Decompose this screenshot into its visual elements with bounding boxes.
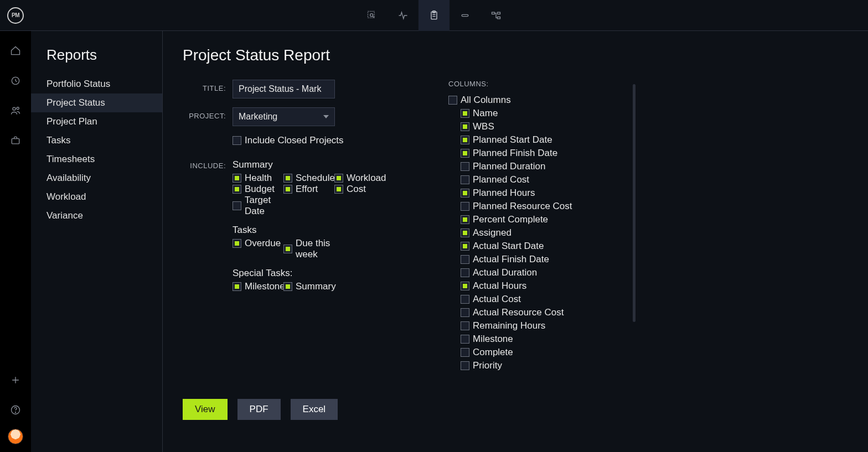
column-planned-start-date-checkbox[interactable] — [461, 136, 469, 144]
column-label: Milestone — [473, 334, 513, 345]
toolbar-search-icon[interactable] — [356, 0, 388, 31]
main-content: Project Status Report TITLE: PROJECT: Ma… — [163, 31, 868, 452]
project-label: PROJECT: — [183, 107, 232, 120]
summary-effort-checkbox[interactable] — [283, 185, 292, 194]
left-rail — [0, 31, 31, 452]
tasks-heading: Tasks — [232, 225, 388, 236]
sidebar-item-portfolio-status[interactable]: Portfolio Status — [31, 75, 162, 93]
sidebar-item-tasks[interactable]: Tasks — [31, 131, 162, 150]
all-columns-checkbox[interactable] — [448, 96, 457, 105]
column-wbs-checkbox[interactable] — [461, 122, 469, 131]
column-actual-finish-date-checkbox[interactable] — [461, 255, 469, 264]
summary-label: Health — [245, 173, 272, 184]
all-columns-label: All Columns — [461, 95, 511, 106]
column-label: Actual Cost — [473, 294, 521, 305]
avatar[interactable] — [8, 429, 23, 444]
summary-health-checkbox[interactable] — [232, 174, 241, 183]
column-remaining-hours-checkbox[interactable] — [461, 321, 469, 330]
excel-button[interactable]: Excel — [291, 399, 338, 420]
summary-schedule-checkbox[interactable] — [283, 174, 292, 183]
sidebar-items: Portfolio StatusProject StatusProject Pl… — [31, 75, 162, 225]
columns-scrollbar[interactable] — [633, 84, 636, 322]
sidebar-item-variance[interactable]: Variance — [31, 206, 162, 225]
add-icon[interactable] — [4, 369, 27, 391]
column-priority-checkbox[interactable] — [461, 361, 469, 370]
sidebar-item-project-status[interactable]: Project Status — [31, 93, 162, 112]
special-label: Summary — [296, 281, 336, 292]
toolbar-activity-icon[interactable] — [388, 0, 418, 31]
tasks-due-this-week-checkbox[interactable] — [283, 245, 292, 253]
svg-point-9 — [13, 107, 16, 110]
help-icon[interactable] — [4, 399, 27, 421]
column-label: Planned Resource Cost — [473, 201, 572, 212]
sidebar-item-timesheets[interactable]: Timesheets — [31, 150, 162, 169]
toolbar-flow-icon[interactable] — [480, 0, 512, 31]
logo-text: PM — [7, 7, 24, 24]
column-milestone-checkbox[interactable] — [461, 335, 469, 344]
sidebar-item-project-plan[interactable]: Project Plan — [31, 112, 162, 131]
column-name-checkbox[interactable] — [461, 109, 469, 118]
briefcase-icon[interactable] — [4, 129, 27, 152]
special-heading: Special Tasks: — [232, 268, 388, 279]
sidebar-item-workload[interactable]: Workload — [31, 188, 162, 206]
toolbar-clipboard-icon[interactable] — [418, 0, 450, 31]
column-planned-hours-checkbox[interactable] — [461, 189, 469, 198]
columns-label: COLUMNS: — [448, 80, 631, 88]
include-closed-label: Include Closed Projects — [245, 135, 344, 146]
view-button[interactable]: View — [183, 399, 228, 420]
include-closed-checkbox[interactable] — [232, 136, 241, 145]
column-label: Planned Duration — [473, 161, 545, 172]
column-label: Priority — [473, 360, 502, 371]
column-label: Actual Duration — [473, 267, 537, 278]
summary-label: Effort — [296, 184, 318, 195]
home-icon[interactable] — [4, 40, 27, 62]
special-milestones-checkbox[interactable] — [232, 282, 241, 291]
app-logo[interactable]: PM — [0, 0, 31, 31]
people-icon[interactable] — [4, 100, 27, 122]
column-actual-resource-cost-checkbox[interactable] — [461, 308, 469, 317]
column-planned-cost-checkbox[interactable] — [461, 175, 469, 184]
summary-heading: Summary — [232, 159, 388, 170]
include-label: INCLUDE: — [183, 157, 232, 170]
toolbar-link-icon[interactable] — [450, 0, 480, 31]
svg-point-1 — [370, 13, 373, 16]
summary-budget-checkbox[interactable] — [232, 185, 241, 194]
column-label: Planned Start Date — [473, 134, 552, 146]
summary-target-date-checkbox[interactable] — [232, 201, 241, 210]
column-actual-start-date-checkbox[interactable] — [461, 242, 469, 251]
column-assigned-checkbox[interactable] — [461, 228, 469, 237]
summary-cost-checkbox[interactable] — [334, 185, 343, 194]
summary-label: Workload — [347, 173, 386, 184]
tasks-overdue-checkbox[interactable] — [232, 239, 241, 248]
svg-rect-7 — [498, 17, 500, 18]
column-planned-duration-checkbox[interactable] — [461, 162, 469, 171]
tasks-label: Overdue — [245, 238, 281, 249]
tasks-label: Due this week — [296, 238, 334, 260]
project-select-value: Marketing — [239, 112, 277, 122]
column-actual-cost-checkbox[interactable] — [461, 295, 469, 304]
pdf-button[interactable]: PDF — [237, 399, 281, 420]
column-label: Planned Finish Date — [473, 148, 557, 159]
title-input[interactable] — [232, 80, 335, 98]
svg-rect-11 — [12, 139, 19, 144]
column-label: Actual Hours — [473, 280, 526, 292]
summary-label: Cost — [347, 184, 366, 195]
sidebar-item-availability[interactable]: Availability — [31, 169, 162, 188]
project-select[interactable]: Marketing — [232, 107, 335, 126]
special-summary-checkbox[interactable] — [283, 282, 292, 291]
column-planned-resource-cost-checkbox[interactable] — [461, 202, 469, 211]
column-planned-finish-date-checkbox[interactable] — [461, 149, 469, 158]
summary-workload-checkbox[interactable] — [334, 174, 343, 183]
sidebar-title: Reports — [31, 46, 162, 75]
column-label: Remaining Hours — [473, 320, 545, 331]
top-bar: PM — [0, 0, 868, 31]
column-complete-checkbox[interactable] — [461, 348, 469, 357]
clock-icon[interactable] — [4, 70, 27, 92]
svg-rect-6 — [498, 12, 500, 14]
column-percent-complete-checkbox[interactable] — [461, 215, 469, 224]
top-toolbar — [356, 0, 512, 31]
column-actual-hours-checkbox[interactable] — [461, 282, 469, 290]
column-label: Actual Start Date — [473, 241, 544, 252]
summary-label: Target Date — [245, 195, 283, 217]
column-actual-duration-checkbox[interactable] — [461, 268, 469, 277]
